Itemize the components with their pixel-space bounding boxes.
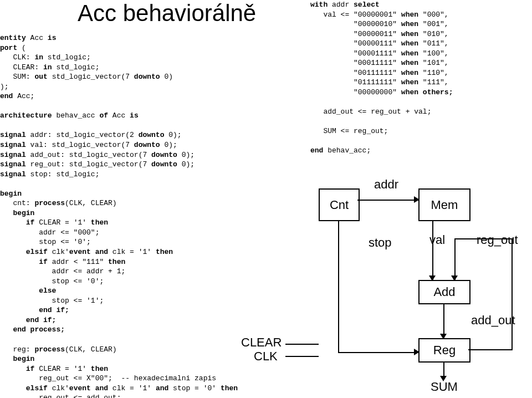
code-block-left: entity Acc is port ( CLK: in std_logic; … <box>0 33 238 398</box>
stop-label: stop <box>369 236 392 250</box>
clk-label: CLK <box>254 349 278 364</box>
block-diagram: Cnt Mem Add Reg addr stop val reg_out ad… <box>308 177 529 398</box>
addout-label: add_out <box>471 313 515 328</box>
reg-box: Reg <box>418 338 470 363</box>
mem-box: Mem <box>418 188 470 221</box>
page-title: Acc behaviorálně <box>78 0 256 27</box>
sum-label: SUM <box>431 380 458 394</box>
add-box: Add <box>418 280 470 304</box>
cnt-box: Cnt <box>319 188 360 221</box>
addr-label: addr <box>374 177 398 192</box>
code-block-right: with addr select val <= "00000001" when … <box>310 0 453 156</box>
clear-label: CLEAR <box>241 335 282 350</box>
